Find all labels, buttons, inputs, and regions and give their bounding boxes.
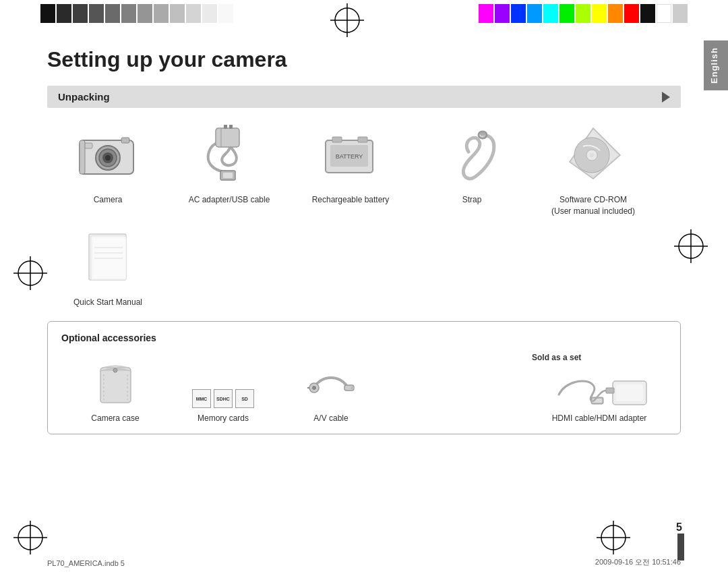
color-bar	[0, 0, 728, 27]
black-squares	[40, 4, 235, 23]
svg-rect-19	[358, 137, 367, 142]
battery-image: BATTERY	[320, 121, 381, 189]
manual-image	[81, 224, 135, 291]
svg-rect-10	[80, 140, 85, 174]
svg-rect-13	[224, 125, 227, 129]
item-strap: Strap	[411, 121, 533, 217]
page-number: 5	[676, 521, 682, 534]
crosshair-bottom-left	[13, 521, 47, 557]
item-manual: Quick Start Manual	[47, 224, 169, 308]
unpacking-title: Unpacking	[58, 91, 110, 103]
item-cd-rom: Software CD-ROM(User manual included)	[533, 121, 654, 217]
item-ac-adapter: AC adapter/USB cable	[169, 121, 290, 217]
cd-rom-image	[559, 121, 627, 189]
hdmi-label: HDMI cable/HDMI adapter	[552, 413, 647, 423]
camera-case-label: Camera case	[91, 413, 139, 423]
svg-text:BATTERY: BATTERY	[336, 153, 363, 160]
crosshair-bottom-right	[597, 521, 630, 557]
svg-rect-14	[229, 125, 233, 129]
svg-point-37	[312, 386, 316, 390]
unpacking-items: Camera AC adapter/USB cab	[47, 121, 681, 308]
sold-as-set-label: Sold as a set	[532, 353, 667, 362]
svg-point-7	[105, 155, 111, 161]
memory-cards-label: Memory cards	[198, 413, 249, 423]
svg-rect-44	[616, 384, 643, 401]
optional-items: Camera case MMC SDHC SD Memory cards	[61, 353, 667, 423]
ac-adapter-image	[192, 121, 266, 189]
svg-rect-45	[606, 388, 614, 393]
main-content: Setting up your camera Unpacking	[0, 27, 728, 448]
page-title: Setting up your camera	[47, 47, 681, 72]
svg-rect-8	[84, 143, 92, 148]
optional-item-memory-cards: MMC SDHC SD Memory cards	[169, 389, 277, 423]
footer-right: 2009-09-16 오전 10:51:46	[595, 557, 681, 567]
svg-rect-18	[332, 137, 342, 142]
svg-rect-11	[216, 128, 239, 147]
unpacking-header: Unpacking	[47, 86, 681, 108]
av-cable-label: A/V cable	[313, 413, 348, 423]
strap-label: Strap	[462, 194, 482, 206]
footer: PL70_AMERICA.indb 5 2009-09-16 오전 10:51:…	[0, 553, 728, 574]
arrow-icon	[662, 92, 670, 103]
svg-rect-16	[223, 173, 233, 178]
manual-label: Quick Start Manual	[73, 297, 142, 308]
battery-label: Rechargeable battery	[312, 194, 390, 206]
strap-image	[445, 121, 499, 189]
optional-item-av-cable: A/V cable	[277, 368, 385, 423]
svg-rect-9	[121, 138, 129, 143]
svg-rect-23	[480, 132, 485, 135]
optional-item-camera-case: Camera case	[61, 361, 169, 423]
item-battery: BATTERY Rechargeable battery	[290, 121, 411, 217]
color-swatches	[477, 4, 688, 23]
svg-rect-39	[351, 386, 355, 389]
svg-point-35	[113, 368, 117, 372]
camera-label: Camera	[94, 194, 123, 206]
ac-adapter-label: AC adapter/USB cable	[189, 194, 270, 206]
crosshair-right	[674, 229, 708, 266]
footer-left: PL70_AMERICA.indb 5	[47, 559, 125, 567]
sdhc-card: SDHC	[214, 389, 233, 408]
mmc-card: MMC	[192, 389, 211, 408]
memory-cards-container: MMC SDHC SD	[192, 389, 254, 408]
optional-header: Optional accessories	[61, 333, 667, 343]
crosshair-left	[13, 256, 47, 293]
optional-item-hdmi: Sold as a set HDMI cable/HDMI adapter	[532, 353, 667, 423]
item-camera: Camera	[47, 121, 169, 217]
camera-image	[74, 121, 142, 189]
sd-card: SD	[235, 389, 254, 408]
optional-accessories-box: Optional accessories Camera case	[47, 321, 681, 434]
cd-rom-label: Software CD-ROM(User manual included)	[551, 194, 635, 217]
svg-point-28	[590, 153, 594, 157]
